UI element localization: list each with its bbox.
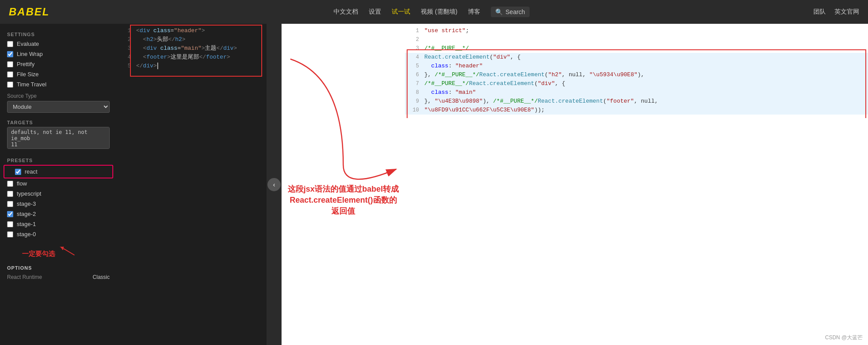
- nav-zhongwen[interactable]: 中文文档: [334, 8, 358, 16]
- stage2-label[interactable]: stage-2: [17, 211, 36, 217]
- react-runtime-row: React Runtime Classic: [0, 272, 117, 282]
- evaluate-label[interactable]: Evaluate: [17, 41, 39, 47]
- flow-checkbox[interactable]: [7, 181, 13, 187]
- navbar-right: 团队 英文官网: [813, 8, 859, 16]
- sidebar-item-stage1[interactable]: stage-1: [0, 219, 117, 229]
- search-label: Search: [505, 8, 525, 15]
- main-layout: SETTINGS Evaluate Line Wrap Prettify Fil…: [0, 24, 868, 345]
- linewrap-checkbox[interactable]: [7, 51, 13, 57]
- right-line-2: 2: [405, 35, 868, 44]
- stage0-label[interactable]: stage-0: [17, 231, 36, 237]
- right-line-4: 4 React.createElement("div", {: [405, 53, 868, 62]
- sidebar-item-stage0[interactable]: stage-0: [0, 229, 117, 239]
- middle-annotation-panel: 这段jsx语法的值通过babel转成 React.createElement()…: [282, 24, 405, 345]
- right-line-10: 10 "\u8FD9\u91CC\u662F\u5C3E\u90E8"));: [405, 106, 868, 115]
- logo: BABEL: [9, 6, 50, 18]
- presets-title: PRESETS: [0, 154, 117, 165]
- react-checkbox[interactable]: [15, 169, 21, 175]
- left-code-panel-wrapper: 1 <div class="header"> 2 <h2>头部</h2> 3 <…: [117, 24, 267, 345]
- typescript-label[interactable]: typescript: [17, 190, 41, 197]
- code-line-left-4: 4 <footer>这里是尾部</footer>: [117, 53, 267, 62]
- sidebar-item-timetravel[interactable]: Time Travel: [0, 79, 117, 89]
- nav-video[interactable]: 视频 (需翻墙): [421, 8, 457, 16]
- sidebar: SETTINGS Evaluate Line Wrap Prettify Fil…: [0, 24, 117, 345]
- sidebar-item-linewrap[interactable]: Line Wrap: [0, 49, 117, 59]
- sidebar-item-filesize[interactable]: File Size: [0, 69, 117, 79]
- source-type-select[interactable]: Module: [7, 101, 110, 113]
- search-box[interactable]: 🔍 Search: [491, 7, 529, 17]
- react-runtime-value: Classic: [93, 274, 110, 280]
- options-label: OPTIONS: [0, 262, 117, 272]
- sidebar-item-stage3[interactable]: stage-3: [0, 199, 117, 209]
- right-line-7: 7 /*#__PURE__*/React.createElement("div"…: [405, 79, 868, 88]
- typescript-checkbox[interactable]: [7, 191, 13, 197]
- stage1-checkbox[interactable]: [7, 221, 13, 227]
- stage0-checkbox[interactable]: [7, 231, 13, 237]
- settings-title: SETTINGS: [0, 28, 117, 39]
- search-icon: 🔍: [495, 8, 503, 15]
- right-line-6: 6 }, /*#__PURE__*/React.createElement("h…: [405, 70, 868, 79]
- linewrap-label[interactable]: Line Wrap: [17, 51, 43, 57]
- navbar-center: 中文文档 设置 试一试 视频 (需翻墙) 博客 🔍 Search: [334, 7, 530, 17]
- navbar: BABEL 中文文档 设置 试一试 视频 (需翻墙) 博客 🔍 Search 团…: [0, 0, 868, 24]
- nav-team[interactable]: 团队: [813, 8, 826, 16]
- annotation-text: 这段jsx语法的值通过babel转成 React.createElement()…: [286, 184, 401, 217]
- timetravel-label[interactable]: Time Travel: [17, 81, 46, 88]
- sidebar-item-flow[interactable]: flow: [0, 178, 117, 189]
- sidebar-item-typescript[interactable]: typescript: [0, 189, 117, 199]
- stage1-label[interactable]: stage-1: [17, 221, 36, 227]
- csdn-watermark: CSDN @大蓝芒: [825, 334, 863, 341]
- right-line-3: 3 /*#__PURE__*/: [405, 44, 868, 53]
- nav-english[interactable]: 英文官网: [835, 8, 859, 16]
- nav-shezhi[interactable]: 设置: [369, 8, 381, 16]
- nav-blog[interactable]: 博客: [468, 8, 480, 16]
- code-line-left-2: 2 <h2>头部</h2>: [117, 35, 267, 44]
- sidebar-item-evaluate[interactable]: Evaluate: [0, 39, 117, 49]
- stage3-label[interactable]: stage-3: [17, 200, 36, 207]
- source-type-label: Source Type: [0, 89, 117, 101]
- must-check-arrow: [57, 243, 83, 256]
- nav-try[interactable]: 试一试: [392, 8, 410, 16]
- right-line-9: 9 }, "\u4E3B\u9898"), /*#__PURE__*/React…: [405, 97, 868, 106]
- code-line-left-3: 3 <div class="main">主题</div>: [117, 44, 267, 53]
- collapse-btn-wrapper: ‹: [267, 24, 282, 345]
- sidebar-item-stage2[interactable]: stage-2: [0, 209, 117, 219]
- code-line-left-5: 5 </div>: [117, 62, 267, 70]
- sidebar-item-react[interactable]: react: [8, 167, 109, 177]
- react-label[interactable]: react: [25, 168, 37, 175]
- targets-label: TARGETS: [0, 116, 117, 127]
- targets-textarea[interactable]: defaults, not ie 11, not ie_mob 11: [7, 127, 110, 149]
- code-line-left-1: 1 <div class="header">: [117, 26, 267, 35]
- filesize-checkbox[interactable]: [7, 71, 13, 78]
- must-check-annotation: 一定要勾选: [22, 250, 55, 257]
- stage3-checkbox[interactable]: [7, 201, 13, 207]
- right-line-5: 5 class: "header": [405, 62, 868, 70]
- evaluate-checkbox[interactable]: [7, 41, 13, 47]
- timetravel-checkbox[interactable]: [7, 82, 13, 88]
- stage2-checkbox[interactable]: [7, 211, 13, 217]
- right-code-panel[interactable]: 1 "use strict"; 2 3 /*#__PURE__*/ 4 Reac…: [405, 24, 868, 118]
- filesize-label[interactable]: File Size: [17, 71, 39, 78]
- sidebar-item-prettify[interactable]: Prettify: [0, 59, 117, 69]
- prettify-checkbox[interactable]: [7, 61, 13, 67]
- react-runtime-label: React Runtime: [7, 274, 42, 280]
- collapse-button[interactable]: ‹: [267, 178, 281, 191]
- left-code-panel[interactable]: 1 <div class="header"> 2 <h2>头部</h2> 3 <…: [117, 24, 267, 345]
- right-code-panel-wrapper: 1 "use strict"; 2 3 /*#__PURE__*/ 4 Reac…: [405, 24, 868, 345]
- right-line-8: 8 class: "main": [405, 88, 868, 97]
- prettify-label[interactable]: Prettify: [17, 61, 34, 67]
- right-line-1: 1 "use strict";: [405, 26, 868, 35]
- flow-label[interactable]: flow: [17, 180, 27, 187]
